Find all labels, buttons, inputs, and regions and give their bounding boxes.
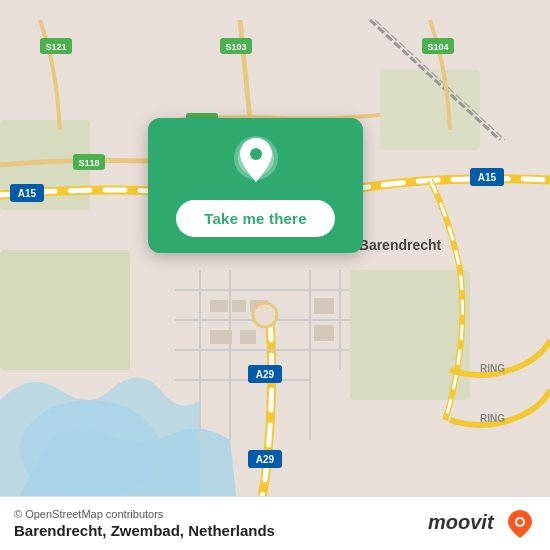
svg-rect-44 <box>240 330 256 344</box>
take-me-there-button[interactable]: Take me there <box>176 200 334 237</box>
svg-point-0 <box>20 400 160 500</box>
svg-text:RING: RING <box>480 363 505 374</box>
bottom-bar: © OpenStreetMap contributors Barendrecht… <box>0 496 550 550</box>
svg-rect-4 <box>380 70 480 150</box>
svg-rect-43 <box>210 330 232 344</box>
copyright-text: © OpenStreetMap contributors <box>14 508 275 520</box>
svg-text:A15: A15 <box>18 188 37 199</box>
svg-text:S103: S103 <box>225 42 246 52</box>
svg-text:A29: A29 <box>256 369 275 380</box>
svg-rect-1 <box>0 250 130 370</box>
svg-rect-3 <box>350 270 470 400</box>
svg-point-53 <box>517 519 523 525</box>
svg-point-47 <box>253 303 277 327</box>
svg-text:S118: S118 <box>78 158 99 168</box>
svg-text:moovit: moovit <box>428 511 495 533</box>
moovit-logo-svg: moovit <box>428 507 500 535</box>
svg-rect-45 <box>314 298 334 314</box>
svg-text:Barendrecht: Barendrecht <box>359 237 442 253</box>
moovit-pin-icon <box>504 508 536 540</box>
moovit-wordmark: moovit <box>428 507 500 540</box>
location-pin-icon <box>234 136 278 190</box>
svg-text:S104: S104 <box>427 42 448 52</box>
svg-text:RING: RING <box>480 413 505 424</box>
bottom-info: © OpenStreetMap contributors Barendrecht… <box>14 508 275 539</box>
svg-text:A29: A29 <box>256 454 275 465</box>
popup-card: Take me there <box>148 118 363 253</box>
svg-rect-41 <box>232 300 246 312</box>
svg-text:A15: A15 <box>478 172 497 183</box>
svg-point-50 <box>250 148 262 160</box>
moovit-logo: moovit <box>428 507 536 540</box>
svg-text:S121: S121 <box>45 42 66 52</box>
map-svg: A15 A15 A15 A29 A29 S121 S118 S118 S103 … <box>0 0 550 550</box>
location-title: Barendrecht, Zwembad, Netherlands <box>14 522 275 539</box>
map-container: A15 A15 A15 A29 A29 S121 S118 S118 S103 … <box>0 0 550 550</box>
svg-rect-40 <box>210 300 228 312</box>
svg-rect-46 <box>314 325 334 341</box>
